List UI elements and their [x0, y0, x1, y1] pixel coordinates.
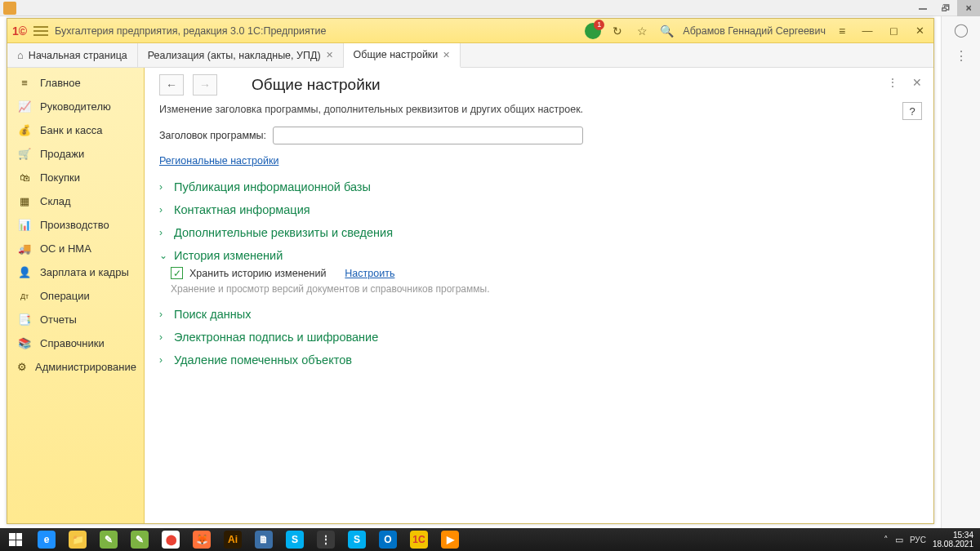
profile-icon[interactable]: ◯ [942, 16, 980, 42]
sidebar-item-assets[interactable]: 🚚ОС и НМА [7, 237, 144, 260]
taskbar-app[interactable]: ✎ [124, 528, 155, 551]
sidebar-item-main[interactable]: ≡Главное [7, 71, 144, 95]
sidebar-item-purchases[interactable]: 🛍Покупки [7, 166, 144, 189]
sidebar-item-bank[interactable]: 💰Банк и касса [7, 118, 144, 142]
section-contact[interactable]: ›Контактная информация [159, 203, 919, 216]
sidebar-item-admin[interactable]: ⚙Администрирование [7, 355, 144, 379]
section-title: Контактная информация [174, 203, 310, 216]
app-close-button[interactable]: ✕ [911, 22, 929, 40]
chevron-right-icon: › [159, 227, 169, 238]
user-menu-icon[interactable]: ≡ [834, 23, 850, 39]
more-icon[interactable]: ⋮ [942, 42, 980, 69]
notifications-badge[interactable] [585, 23, 601, 39]
section-title: Поиск данных [174, 308, 251, 321]
tray-network-icon[interactable]: ▭ [895, 535, 903, 545]
taskbar-app[interactable]: S [279, 528, 310, 551]
help-button[interactable]: ? [902, 102, 922, 120]
section-title: История изменений [174, 249, 283, 262]
sidebar-item-label: Покупки [40, 171, 80, 184]
history-icon[interactable]: ↻ [609, 23, 626, 39]
app-maximize-button[interactable]: ◻ [884, 22, 902, 40]
tab-bar: ⌂ Начальная страница Реализация (акты, н… [7, 43, 933, 68]
sidebar-item-production[interactable]: 📊Производство [7, 213, 144, 237]
program-title-input[interactable] [273, 127, 583, 144]
os-sec-close-button[interactable]: ✕ [957, 0, 980, 16]
tab-home[interactable]: ⌂ Начальная страница [7, 43, 138, 67]
sidebar-item-directories[interactable]: 📚Справочники [7, 331, 144, 355]
clock[interactable]: 15:34 18.08.2021 [933, 531, 973, 549]
search-icon[interactable]: 🔍 [658, 23, 675, 39]
section-title: Публикация информационной базы [174, 180, 371, 193]
sidebar-item-label: Справочники [40, 337, 105, 349]
nav-forward-button[interactable]: → [193, 74, 217, 96]
taskbar-app[interactable]: O [372, 528, 403, 551]
section-title: Электронная подпись и шифрование [174, 331, 378, 344]
tab-close-icon[interactable]: ✕ [443, 50, 450, 60]
os-sec-minimize-button[interactable]: — [911, 0, 934, 16]
language-indicator[interactable]: РУС [910, 535, 926, 544]
time-label: 15:34 [933, 531, 973, 540]
sidebar-item-label: Операции [40, 290, 90, 302]
tray-expand-icon[interactable]: ˄ [884, 535, 889, 545]
sidebar-item-label: ОС и НМА [40, 242, 91, 255]
sidebar-item-salary[interactable]: 👤Зарплата и кадры [7, 260, 144, 284]
sidebar-item-manager[interactable]: 📈Руководителю [7, 95, 144, 118]
truck-icon: 🚚 [17, 242, 32, 255]
dtkt-icon: Дт [17, 292, 32, 300]
taskbar-app[interactable]: ⬤ [155, 528, 186, 551]
menu-icon: ≡ [17, 77, 32, 89]
section-signature[interactable]: ›Электронная подпись и шифрование [159, 331, 919, 344]
taskbar-app[interactable]: 🦊 [186, 528, 217, 551]
sidebar-item-label: Производство [40, 219, 109, 231]
sidebar-item-reports[interactable]: 📑Отчеты [7, 308, 144, 331]
os-titlebar: — ❐ ✕ [0, 0, 980, 16]
taskbar: e📁✎✎⬤🦊Ai🗎S⋮SO1C▶ ˄ ▭ РУС 15:34 18.08.202… [0, 528, 980, 551]
section-extra-props[interactable]: ›Дополнительные реквизиты и сведения [159, 226, 919, 239]
start-button[interactable] [0, 528, 31, 551]
windows-logo-icon [9, 533, 22, 546]
section-delete-marked[interactable]: ›Удаление помеченных объектов [159, 353, 919, 367]
taskbar-app[interactable]: ⋮ [310, 528, 341, 551]
taskbar-app[interactable]: ✎ [93, 528, 124, 551]
tab-realization[interactable]: Реализация (акты, накладные, УПД) ✕ [138, 43, 344, 67]
books-icon: 📚 [17, 337, 32, 349]
program-title-label: Заголовок программы: [159, 130, 266, 141]
chevron-right-icon: › [159, 181, 169, 193]
app-header: 1© Бухгалтерия предприятия, редакция 3.0… [7, 19, 933, 43]
sidebar-item-label: Администрирование [35, 361, 136, 373]
section-search[interactable]: ›Поиск данных [159, 308, 919, 321]
chevron-right-icon: › [159, 309, 169, 320]
sidebar-item-operations[interactable]: ДтОперации [7, 284, 144, 308]
section-history[interactable]: ⌄История изменений [159, 249, 919, 262]
right-panel: ◯ ⋮ [941, 16, 980, 529]
tab-general-settings[interactable]: Общие настройки ✕ [344, 43, 461, 68]
taskbar-app[interactable]: 📁 [62, 528, 93, 551]
page-close-icon[interactable]: ✕ [909, 74, 925, 91]
sidebar-item-sales[interactable]: 🛒Продажи [7, 142, 144, 166]
section-title: Удаление помеченных объектов [174, 353, 352, 367]
taskbar-app[interactable]: 🗎 [248, 528, 279, 551]
app-title: Бухгалтерия предприятия, редакция 3.0 1С… [55, 25, 326, 37]
tab-close-icon[interactable]: ✕ [326, 50, 333, 60]
app-icon: O [379, 531, 397, 549]
section-publication[interactable]: ›Публикация информационной базы [159, 180, 919, 193]
configure-history-link[interactable]: Настроить [345, 268, 394, 279]
nav-back-button[interactable]: ← [159, 74, 184, 96]
favorite-icon[interactable]: ☆ [634, 23, 650, 39]
taskbar-app[interactable]: S [341, 528, 372, 551]
taskbar-app[interactable]: Ai [217, 528, 248, 551]
tab-label: Реализация (акты, накладные, УПД) [148, 50, 321, 61]
taskbar-app[interactable]: ▶ [434, 528, 466, 551]
hamburger-icon[interactable] [33, 26, 48, 36]
app-minimize-button[interactable]: — [858, 22, 876, 40]
store-history-checkbox[interactable]: ✓ [171, 267, 183, 279]
taskbar-app[interactable]: e [31, 528, 62, 551]
regional-settings-link[interactable]: Региональные настройки [159, 155, 278, 167]
sidebar-item-warehouse[interactable]: ▦Склад [7, 189, 144, 213]
page-menu-icon[interactable]: ⋮ [884, 74, 901, 91]
bars-icon: 📊 [17, 219, 32, 231]
sidebar-item-label: Руководителю [40, 100, 111, 113]
taskbar-app[interactable]: 1C [403, 528, 434, 551]
user-name[interactable]: Абрамов Геннадий Сергеевич [683, 25, 826, 37]
os-sec-restore-button[interactable]: 🗗 [934, 0, 957, 16]
